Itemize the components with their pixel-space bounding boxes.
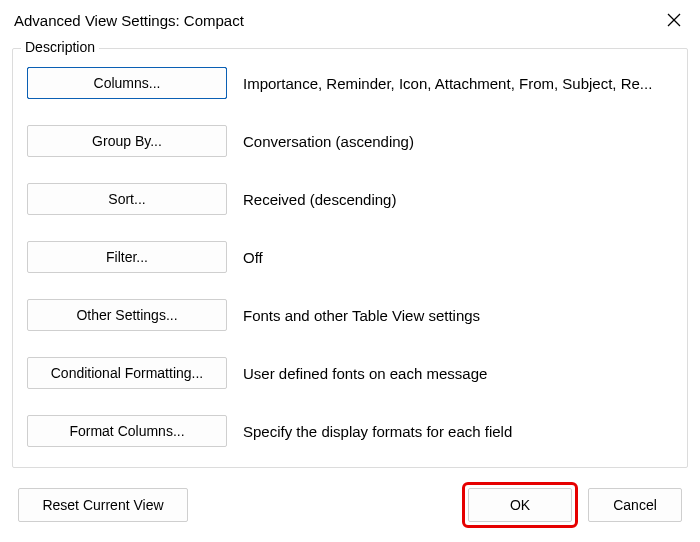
cancel-button[interactable]: Cancel	[588, 488, 682, 522]
reset-current-view-button[interactable]: Reset Current View	[18, 488, 188, 522]
description-groupbox: Description Columns... Importance, Remin…	[12, 48, 688, 468]
conditional-formatting-button[interactable]: Conditional Formatting...	[27, 357, 227, 389]
close-button[interactable]	[662, 8, 686, 32]
row-sort: Sort... Received (descending)	[27, 183, 673, 215]
row-conditional-formatting: Conditional Formatting... User defined f…	[27, 357, 673, 389]
close-icon	[667, 13, 681, 27]
filter-button[interactable]: Filter...	[27, 241, 227, 273]
row-filter: Filter... Off	[27, 241, 673, 273]
group-by-button[interactable]: Group By...	[27, 125, 227, 157]
ok-button[interactable]: OK	[468, 488, 572, 522]
row-columns: Columns... Importance, Reminder, Icon, A…	[27, 67, 673, 99]
filter-description: Off	[243, 249, 673, 266]
columns-description: Importance, Reminder, Icon, Attachment, …	[243, 75, 673, 92]
format-columns-description: Specify the display formats for each fie…	[243, 423, 673, 440]
content-area: Description Columns... Importance, Remin…	[0, 40, 700, 542]
window-title: Advanced View Settings: Compact	[14, 12, 244, 29]
dialog-window: Advanced View Settings: Compact Descript…	[0, 0, 700, 542]
footer: Reset Current View OK Cancel	[12, 468, 688, 534]
highlight-annotation: OK	[462, 482, 578, 528]
columns-button[interactable]: Columns...	[27, 67, 227, 99]
group-by-description: Conversation (ascending)	[243, 133, 673, 150]
row-other-settings: Other Settings... Fonts and other Table …	[27, 299, 673, 331]
row-group-by: Group By... Conversation (ascending)	[27, 125, 673, 157]
format-columns-button[interactable]: Format Columns...	[27, 415, 227, 447]
row-format-columns: Format Columns... Specify the display fo…	[27, 415, 673, 447]
sort-description: Received (descending)	[243, 191, 673, 208]
conditional-formatting-description: User defined fonts on each message	[243, 365, 673, 382]
titlebar: Advanced View Settings: Compact	[0, 0, 700, 40]
sort-button[interactable]: Sort...	[27, 183, 227, 215]
other-settings-button[interactable]: Other Settings...	[27, 299, 227, 331]
groupbox-label: Description	[21, 39, 99, 55]
other-settings-description: Fonts and other Table View settings	[243, 307, 673, 324]
